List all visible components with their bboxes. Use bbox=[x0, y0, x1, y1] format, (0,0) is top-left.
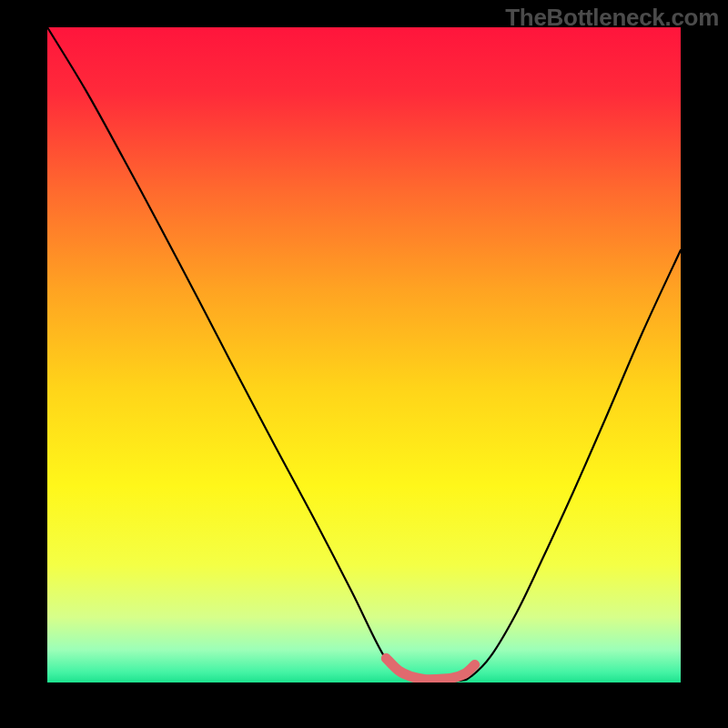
chart-frame: TheBottleneck.com bbox=[0, 0, 728, 728]
chart-background bbox=[47, 27, 681, 682]
chart-svg bbox=[47, 27, 681, 682]
plot-outer bbox=[47, 27, 681, 682]
watermark-label: TheBottleneck.com bbox=[505, 4, 719, 32]
